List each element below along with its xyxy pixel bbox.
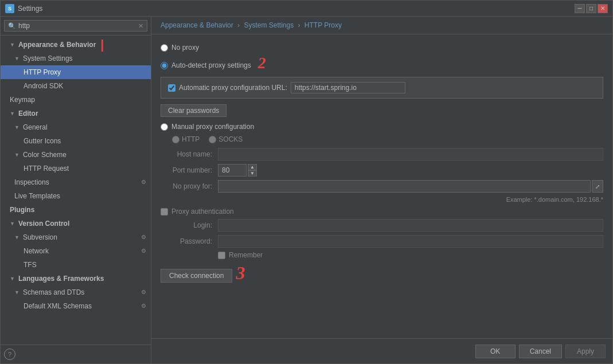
window-controls: ─ □ ✕ bbox=[575, 4, 608, 13]
remember-row: Remember bbox=[218, 251, 603, 259]
close-button[interactable]: ✕ bbox=[598, 4, 608, 13]
http-radio[interactable] bbox=[172, 136, 179, 143]
proxy-auth-checkbox[interactable] bbox=[161, 208, 168, 216]
sidebar-item-label: Languages & Frameworks bbox=[18, 273, 104, 284]
no-proxy-radio[interactable] bbox=[161, 44, 168, 52]
password-label: Password: bbox=[161, 237, 218, 245]
sidebar-item-label: General bbox=[23, 122, 48, 133]
sidebar-item-label: Gutter Icons bbox=[24, 135, 61, 147]
auto-detect-radio[interactable] bbox=[161, 62, 168, 69]
sidebar-item-subversion[interactable]: ▼ Subversion ⚙ bbox=[1, 230, 151, 244]
sidebar-item-label: Color Scheme bbox=[23, 149, 67, 161]
auto-detect-box: Automatic proxy configuration URL: bbox=[161, 77, 603, 99]
settings-icon: ⚙ bbox=[141, 245, 146, 257]
port-number-row: Port number: ▲ ▼ bbox=[161, 164, 603, 177]
sidebar-item-version-control[interactable]: ▼ Version Control bbox=[1, 217, 151, 230]
login-input[interactable] bbox=[218, 219, 603, 232]
ok-button[interactable]: OK bbox=[475, 345, 516, 358]
expand-no-proxy-button[interactable]: ⤢ bbox=[592, 180, 603, 193]
sidebar-item-http-proxy[interactable]: HTTP Proxy bbox=[1, 65, 151, 79]
clear-search-icon[interactable]: ✕ bbox=[138, 22, 143, 30]
clear-passwords-button[interactable]: Clear passwords bbox=[161, 104, 227, 117]
sidebar-item-editor[interactable]: ▼ Editor bbox=[1, 107, 151, 120]
auto-config-url-input[interactable] bbox=[291, 82, 405, 93]
check-connection-button[interactable]: Check connection bbox=[161, 269, 232, 283]
port-input[interactable] bbox=[218, 164, 247, 177]
cancel-button[interactable]: Cancel bbox=[519, 345, 562, 358]
main-layout: 🔍 ✕ ▼ Appearance & Behavior | ▼ System S… bbox=[1, 17, 612, 363]
breadcrumb-part1: Appearance & Behavior bbox=[161, 21, 233, 29]
sidebar-item-label: Version Control bbox=[18, 218, 69, 229]
sidebar-item-appearance-behavior[interactable]: ▼ Appearance & Behavior | bbox=[1, 38, 151, 52]
search-input-wrap: 🔍 ✕ bbox=[4, 20, 147, 32]
host-name-input[interactable] bbox=[218, 148, 603, 161]
breadcrumb-part2: System Settings bbox=[244, 21, 294, 29]
manual-proxy-option[interactable]: Manual proxy configuration bbox=[161, 123, 603, 131]
sidebar-item-label: Inspections bbox=[14, 177, 49, 188]
password-input[interactable] bbox=[218, 235, 603, 248]
annotation-1: | bbox=[100, 39, 104, 50]
sidebar-item-label: TFS bbox=[24, 259, 37, 271]
apply-button[interactable]: Apply bbox=[565, 345, 606, 358]
sidebar-item-languages-frameworks[interactable]: ▼ Languages & Frameworks bbox=[1, 272, 151, 285]
socks-protocol-option[interactable]: SOCKS bbox=[209, 135, 243, 143]
sidebar-item-keymap[interactable]: Keymap bbox=[1, 93, 151, 107]
sidebar-item-inspections[interactable]: Inspections ⚙ bbox=[1, 175, 151, 189]
sidebar-item-gutter-icons[interactable]: Gutter Icons bbox=[1, 134, 151, 148]
sidebar-item-network[interactable]: Network ⚙ bbox=[1, 244, 151, 258]
expand-arrow: ▼ bbox=[10, 218, 15, 229]
settings-icon: ⚙ bbox=[141, 300, 146, 312]
manual-proxy-radio[interactable] bbox=[161, 123, 168, 131]
sidebar-item-color-scheme[interactable]: ▼ Color Scheme bbox=[1, 148, 151, 162]
sidebar-item-label: HTTP Request bbox=[24, 163, 69, 174]
settings-icon: ⚙ bbox=[141, 177, 146, 188]
sidebar-item-default-xml-schemas[interactable]: Default XML Schemas ⚙ bbox=[1, 299, 151, 313]
sidebar-item-general[interactable]: ▼ General bbox=[1, 120, 151, 134]
auto-detect-option[interactable]: Auto-detect proxy settings 2 bbox=[161, 56, 603, 75]
expand-arrow: ▼ bbox=[14, 149, 19, 161]
expand-arrow: ▼ bbox=[10, 108, 15, 119]
sidebar: 🔍 ✕ ▼ Appearance & Behavior | ▼ System S… bbox=[1, 17, 151, 363]
search-input[interactable] bbox=[18, 22, 136, 30]
sidebar-item-http-request[interactable]: HTTP Request bbox=[1, 162, 151, 175]
auto-config-checkbox[interactable] bbox=[168, 84, 175, 92]
auto-detect-label: Auto-detect proxy settings bbox=[171, 61, 251, 69]
socks-label: SOCKS bbox=[218, 135, 243, 143]
host-name-label: Host name: bbox=[161, 150, 218, 158]
sidebar-item-label: Editor bbox=[18, 108, 38, 119]
remember-checkbox[interactable] bbox=[218, 252, 225, 259]
port-down-button[interactable]: ▼ bbox=[248, 170, 257, 177]
sidebar-item-android-sdk[interactable]: Android SDK bbox=[1, 79, 151, 93]
port-up-button[interactable]: ▲ bbox=[248, 164, 257, 170]
sidebar-item-label: Schemas and DTDs bbox=[23, 287, 84, 298]
no-proxy-for-wrap: ⤢ bbox=[218, 180, 603, 193]
sidebar-item-label: Network bbox=[24, 245, 49, 257]
no-proxy-option[interactable]: No proxy bbox=[161, 44, 603, 52]
sidebar-item-schemas-dtds[interactable]: ▼ Schemas and DTDs ⚙ bbox=[1, 285, 151, 299]
sidebar-item-label: Default XML Schemas bbox=[24, 300, 92, 312]
no-proxy-for-input[interactable] bbox=[218, 180, 591, 193]
settings-icon: ⚙ bbox=[141, 232, 146, 243]
minimize-button[interactable]: ─ bbox=[575, 4, 585, 13]
remember-label: Remember bbox=[229, 251, 263, 259]
login-label: Login: bbox=[161, 221, 218, 229]
annotation-3: 3 bbox=[236, 263, 245, 284]
help-button[interactable]: ? bbox=[4, 349, 15, 360]
socks-radio[interactable] bbox=[209, 136, 216, 143]
expand-arrow: ▼ bbox=[14, 122, 19, 133]
auto-config-label: Automatic proxy configuration URL: bbox=[179, 84, 287, 92]
sidebar-item-live-templates[interactable]: Live Templates bbox=[1, 189, 151, 203]
sidebar-item-tfs[interactable]: TFS bbox=[1, 258, 151, 272]
login-row: Login: bbox=[161, 219, 603, 232]
settings-window: S Settings ─ □ ✕ 🔍 ✕ ▼ Appearance & Beha… bbox=[0, 0, 613, 364]
bottom-bar: OK Cancel Apply bbox=[151, 338, 612, 363]
settings-tree: ▼ Appearance & Behavior | ▼ System Setti… bbox=[1, 36, 151, 345]
http-protocol-option[interactable]: HTTP bbox=[172, 135, 200, 143]
sidebar-item-system-settings[interactable]: ▼ System Settings bbox=[1, 52, 151, 65]
maximize-button[interactable]: □ bbox=[586, 4, 596, 13]
breadcrumb: Appearance & Behavior › System Settings … bbox=[151, 17, 612, 34]
breadcrumb-sep1: › bbox=[237, 21, 240, 29]
sidebar-item-label: Live Templates bbox=[14, 190, 60, 202]
sidebar-item-label: Plugins bbox=[10, 204, 34, 216]
sidebar-item-plugins[interactable]: Plugins bbox=[1, 203, 151, 217]
